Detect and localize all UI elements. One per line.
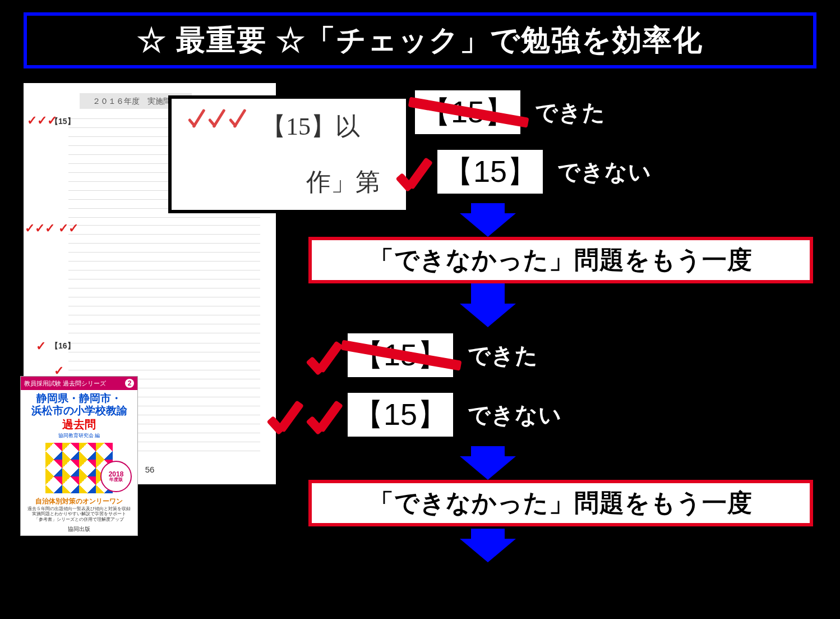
row-note: できない	[557, 157, 652, 187]
book-cover: 教員採用試験 過去問シリーズ 2 静岡県・静岡市・ 浜松市の小学校教諭 過去問 …	[20, 376, 138, 536]
red-check-icon	[188, 106, 209, 131]
book-series-strap: 教員採用試験 過去問シリーズ 2	[21, 377, 137, 390]
repeat-banner: 「できなかった」問題をもう一度	[308, 237, 813, 283]
arrow-down-icon	[460, 283, 516, 327]
book-title-line: 浜松市の小学校教諭	[21, 405, 137, 417]
paragraph-block	[68, 223, 260, 336]
red-check-icon	[209, 106, 229, 131]
title-box: ☆ 最重要 ☆「チェック」で勉強を効率化	[24, 12, 816, 68]
q-chip: 【15】	[415, 90, 520, 134]
book-desc-line: 過去５年間の出題傾向一覧表及び傾向と対策を収録	[24, 506, 134, 512]
q-chip: 【15】	[348, 333, 453, 377]
book-title: 静岡県・静岡市・ 浜松市の小学校教諭	[21, 390, 137, 417]
row-note: できた	[468, 340, 538, 371]
book-subtitle: 過去問	[21, 417, 137, 432]
q-chip: 【15】	[348, 393, 453, 437]
book-editor: 協同教育研究会 編	[21, 432, 137, 439]
arrow-down-icon	[460, 446, 516, 480]
row-note: できない	[468, 400, 562, 430]
book-desc-line: 実施問題とわかりやすい解説で学習をサポート	[24, 511, 134, 517]
flow-row: 【15】 できない	[269, 387, 818, 443]
book-year-badge: 2018 年度版	[100, 461, 132, 492]
red-check-icon: ✓	[36, 339, 46, 354]
flow-row: 【15】 できた	[415, 84, 818, 140]
badge-small: 年度版	[109, 478, 123, 482]
book-publisher: 協同出版	[21, 525, 137, 533]
red-check-icon	[269, 395, 308, 434]
book-desc: 過去５年間の出題傾向一覧表及び傾向と対策を収録 実施問題とわかりやすい解説で学習…	[21, 506, 137, 522]
red-check-icon: ✓✓✓	[27, 113, 57, 128]
arrow-down-icon	[460, 529, 516, 562]
row-note: できた	[535, 97, 606, 128]
study-flow: 【15】 できた 【15】 できない 「できなかった」問題をもう一度 【15】 …	[303, 84, 818, 619]
question-number-16: 【16】	[50, 341, 75, 351]
arrow-down-icon	[460, 203, 516, 237]
book-series-number: 2	[125, 379, 134, 388]
page-title: ☆ 最重要 ☆「チェック」で勉強を効率化	[137, 21, 704, 60]
inset-checks	[188, 106, 247, 134]
q-chip: 【15】	[437, 150, 543, 194]
flow-row: 【15】 できない	[398, 144, 818, 200]
book-series-label: 教員採用試験 過去問シリーズ	[24, 379, 106, 388]
repeat-banner: 「できなかった」問題をもう一度	[308, 480, 813, 526]
book-title-line: 静岡県・静岡市・	[21, 392, 137, 405]
red-check-icon	[308, 395, 348, 434]
red-check-icon	[398, 152, 437, 191]
book-desc-line: 「参考書」シリーズとの併用で理解度アップ	[24, 517, 134, 522]
book-tagline: 自治体別対策のオンリーワン	[21, 497, 137, 506]
red-check-icon: ✓✓✓ ✓✓	[25, 221, 79, 236]
flow-row: 【15】 できた	[308, 327, 818, 383]
red-check-icon	[229, 106, 250, 131]
